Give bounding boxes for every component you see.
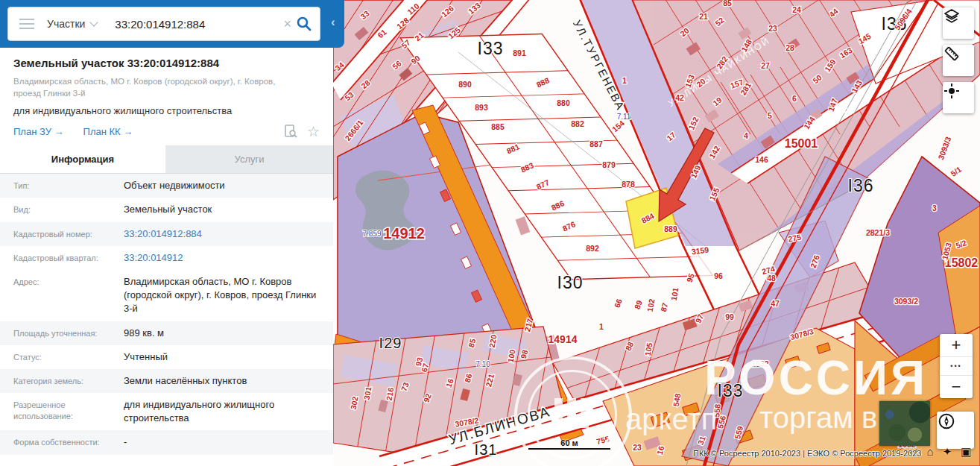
panel-collapse-handle[interactable]: ‹ — [331, 15, 343, 33]
menu-icon[interactable] — [19, 16, 34, 32]
search-button[interactable] — [296, 16, 312, 32]
info-value-link[interactable]: 33:20:014912 — [124, 251, 319, 265]
crosshair-icon — [943, 82, 961, 100]
info-panel: Земельный участок 33:20:014912:884 Влади… — [0, 48, 333, 466]
info-table: Тип:Объект недвижимостиВид:Земельный уча… — [0, 174, 333, 454]
info-row: Тип:Объект недвижимости — [0, 174, 333, 198]
map-attribution: ПКК © Росреестр 2010-2023 | ЕЭКО © Росре… — [693, 449, 922, 458]
map-label: 27 — [761, 61, 770, 70]
map-label: 23 — [633, 443, 642, 452]
clear-search-icon[interactable]: × — [279, 16, 296, 32]
map-label: 15802 — [945, 256, 979, 269]
map-label: 1 — [599, 322, 604, 331]
map-label: 882 — [571, 119, 584, 128]
map-label: 890 — [458, 80, 472, 89]
plan-zu-link[interactable]: План ЗУ → — [13, 126, 64, 137]
map-label: 887 — [589, 139, 603, 148]
info-value-link[interactable]: 33:20:014912:884 — [124, 227, 319, 241]
map-label: 47 — [771, 299, 780, 308]
info-row: Кадастровый квартал:33:20:014912 — [0, 246, 333, 270]
map-label: 14914 — [549, 333, 578, 345]
map-label: I31 — [475, 441, 498, 458]
info-row: Кадастровый номер:33:20:014912:884 — [0, 222, 333, 246]
zoom-controls: + ••• − — [940, 334, 973, 398]
info-row: Разрешенное использование:для индивидуал… — [0, 393, 333, 430]
layers-button[interactable] — [943, 7, 974, 39]
search-header: Участки × — [0, 0, 344, 48]
favorite-star-icon[interactable]: ☆ — [307, 125, 320, 139]
info-value: для индивидуального жилищного строительс… — [124, 398, 319, 425]
map-label: 99 — [725, 312, 734, 321]
search-input[interactable] — [113, 17, 254, 31]
map-label: 14912 — [383, 225, 425, 242]
map-canvas[interactable]: I33I30I36I36I33I29I31УЛ.ТУРГЕНЕВАУЛ.БЛИН… — [333, 0, 980, 466]
tab-information[interactable]: Информация — [0, 145, 165, 173]
info-value: - — [124, 435, 319, 449]
plan-kk-link[interactable]: План КК → — [83, 126, 133, 137]
info-row: Категория земель:Земли населённых пункто… — [0, 369, 333, 393]
layers-icon — [943, 7, 961, 25]
map-label: 7.859 — [362, 230, 381, 238]
info-label: Вид: — [13, 203, 124, 216]
info-label: Разрешенное использование: — [13, 398, 124, 425]
chevron-down-icon — [90, 18, 98, 26]
ruler-icon — [943, 45, 961, 63]
tab-services[interactable]: Услуги — [165, 145, 333, 173]
search-category-label: Участки — [47, 18, 85, 30]
map-label: 878 — [622, 180, 635, 189]
zoom-out-button[interactable]: − — [940, 375, 973, 398]
map-label: 880 — [557, 98, 570, 107]
map-label: 5 — [768, 111, 772, 120]
measure-button[interactable] — [943, 45, 974, 76]
map-label: 1532 — [751, 359, 769, 368]
map-label: I30 — [557, 273, 584, 292]
zoom-in-button[interactable]: + — [940, 334, 973, 356]
info-label: Статус: — [13, 350, 124, 364]
info-row: Адрес:Владимирская область, МО г. Ковров… — [0, 270, 333, 321]
map-label: 3 — [932, 204, 937, 212]
map-label: I33 — [718, 381, 744, 400]
map-label: I36 — [848, 176, 874, 195]
map-label: I33 — [478, 39, 504, 58]
cadastral-map: I33I30I36I36I33I29I31УЛ.ТУРГЕНЕВАУЛ.БЛИН… — [333, 0, 980, 466]
map-label: 2821/3 — [866, 228, 890, 237]
zoom-level-indicator[interactable]: ••• — [940, 356, 973, 375]
parcel-address-subtitle: Владимирская область, МО г. Ковров (горо… — [0, 71, 310, 99]
map-label: 42 — [675, 93, 684, 102]
home-icon[interactable]: ⌂ — [927, 446, 934, 457]
map-label: 1 — [622, 76, 627, 85]
map-label: 3093/2 — [894, 297, 918, 306]
map-label: 558 — [712, 403, 721, 418]
map-label: 891 — [513, 48, 526, 57]
minimap-icon[interactable]: ▣ — [961, 446, 971, 457]
search-category-select[interactable]: Участки — [47, 18, 97, 30]
map-label: 85 — [723, 0, 732, 7]
map-label: 892 — [586, 244, 599, 253]
info-label: Кадастровый номер: — [13, 227, 124, 241]
info-value: 989 кв. м — [124, 327, 319, 340]
map-label: 4 — [744, 131, 748, 140]
info-value: Земельный участок — [124, 203, 319, 216]
map-label: 889 — [664, 224, 677, 233]
pkk-app: I33I30I36I36I33I29I31УЛ.ТУРГЕНЕВАУЛ.БЛИН… — [0, 0, 980, 466]
parcel-title: Земельный участок 33:20:014912:884 — [0, 48, 333, 71]
info-label: Адрес: — [13, 275, 124, 316]
scale-bar: 60 м — [528, 438, 610, 450]
map-label: 15001 — [785, 137, 818, 150]
compass-star-icon[interactable]: ✦ — [943, 446, 952, 457]
panel-tabs: Информация Услуги — [0, 145, 333, 174]
parcel-usage: для индивидуального жилищного строительс… — [0, 99, 333, 116]
locate-button[interactable] — [943, 82, 974, 113]
map-label: 21 — [699, 12, 708, 21]
map-label: I29 — [379, 335, 402, 351]
basemap-thumbnail[interactable] — [879, 401, 930, 446]
info-row: Вид:Земельный участок — [0, 198, 333, 221]
map-label: 96 — [714, 271, 723, 280]
map-label: 893 — [475, 103, 488, 112]
doc-search-icon[interactable] — [283, 124, 298, 139]
info-value: Земли населённых пунктов — [124, 374, 319, 388]
map-label: 28 — [785, 43, 794, 52]
info-row: Площадь уточненная:989 кв. м — [0, 321, 333, 345]
map-label: 7.10 — [475, 360, 490, 368]
compass-button[interactable] — [937, 412, 974, 449]
